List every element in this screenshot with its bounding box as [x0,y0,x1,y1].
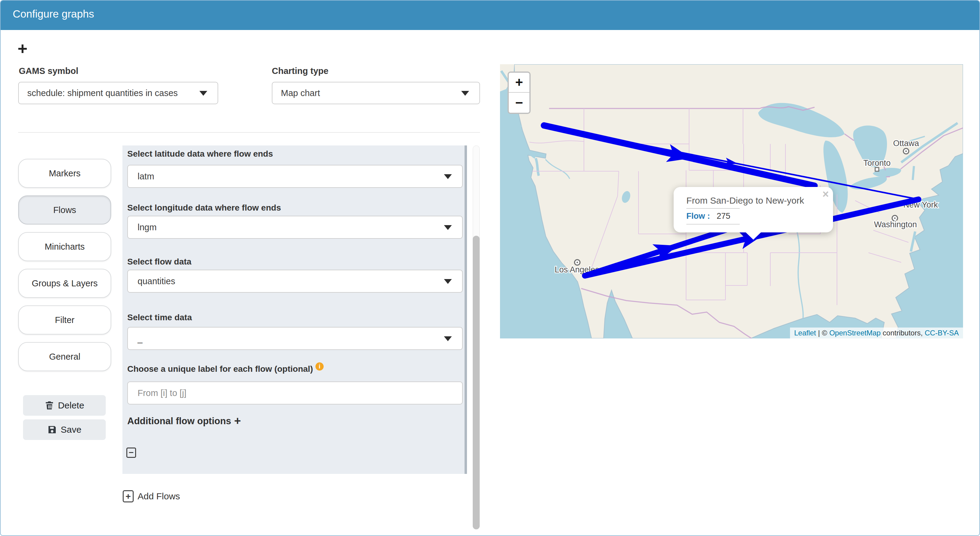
configure-graphs-dialog: Configure graphs + GAMS symbol schedule:… [0,0,980,536]
additional-flow-options-label: Additional flow options [127,416,231,426]
leaflet-map[interactable]: OttawaTorontoNew YorkWashingtonLos Angel… [500,64,963,339]
add-graph-button[interactable]: + [18,40,36,57]
floppy-disk-icon [47,425,57,434]
tab-general[interactable]: General [18,342,111,371]
select-field-1[interactable]: lngm [127,216,463,239]
gams-symbol-label: GAMS symbol [19,66,78,76]
city-label: Washington [874,220,917,229]
select-value: latm [138,172,154,181]
chevron-down-icon [199,91,207,96]
city-marker-icon [875,167,879,171]
charting-type-select[interactable]: Map chart [272,82,480,104]
select-value: quantities [138,276,175,286]
dialog-title: Configure graphs [13,8,94,20]
attribution-text: | © [816,329,829,337]
charting-type-label: Charting type [272,66,328,76]
field-label-3: Select time data [127,313,192,322]
info-icon[interactable]: i [315,363,324,371]
city-marker-dot [577,262,578,263]
panel-scrollbar[interactable] [465,145,467,474]
flow-popup: × From San-Diego to New-york Flow :275 [674,187,833,232]
chevron-down-icon [444,225,452,230]
city-marker-dot [905,151,907,152]
attribution-link[interactable]: OpenStreetMap [829,329,881,337]
popup-rows: Flow :275 [686,208,740,224]
tab-filter[interactable]: Filter [18,305,111,334]
save-button-label: Save [60,425,81,435]
tab-minicharts[interactable]: Minicharts [18,232,111,261]
collapse-flow-minus-icon[interactable]: − [126,447,136,458]
delete-button-label: Delete [58,400,84,410]
field-label-4: Choose a unique label for each flow (opt… [127,364,324,374]
popup-title: From San-Diego to New-york [686,196,804,206]
gams-symbol-value: schedule: shipment quantities in cases [27,88,178,98]
chevron-down-icon [444,279,452,284]
field-label-1: Select longitude data where flow ends [127,203,281,213]
add-flows-button[interactable]: + Add Flows [123,489,180,504]
zoom-in-button[interactable]: + [509,73,530,93]
chevron-down-icon [461,91,469,96]
attribution-text: contributors, [881,329,924,337]
charting-type-value: Map chart [281,88,320,98]
chevron-down-icon [444,174,452,179]
flow-label-input-wrap[interactable] [127,382,463,404]
field-label-0: Select latitude data where flow ends [127,149,273,159]
plus-square-icon: + [123,490,134,503]
select-field-2[interactable]: quantities [127,270,463,293]
select-value: lngm [138,223,157,232]
tab-flows[interactable]: Flows [18,196,111,224]
attribution-link[interactable]: Leaflet [794,329,816,337]
select-value: _ [138,334,142,344]
flow-label-input[interactable] [128,382,462,404]
tab-markers[interactable]: Markers [18,159,111,188]
map-attribution: Leaflet | © OpenStreetMap contributors, … [790,328,963,339]
attribution-link[interactable]: CC-BY-SA [925,329,959,337]
select-field-3[interactable]: _ [127,327,463,350]
dialog-header: Configure graphs [1,1,979,30]
expand-plus-icon[interactable]: + [234,415,241,428]
city-label: Ottawa [893,139,920,148]
city-label: Toronto [863,159,891,167]
trash-icon [45,401,54,410]
section-divider [18,132,480,133]
scrollbar-thumb[interactable] [473,236,480,529]
add-flows-label: Add Flows [138,491,180,501]
additional-flow-options-header: Additional flow options + [127,415,241,428]
select-field-0[interactable]: latm [127,165,463,188]
map-zoom-control: + − [508,72,531,114]
delete-button[interactable]: Delete [23,395,106,416]
popup-close-icon[interactable]: × [822,189,829,200]
gams-symbol-select[interactable]: schedule: shipment quantities in cases [18,82,218,104]
tab-groups-layers[interactable]: Groups & Layers [18,269,111,298]
flow-options-panel: Additional flow options + − Select latit… [123,145,467,474]
popup-tail [745,232,761,240]
popup-row-value: 275 [717,212,730,221]
chevron-down-icon [444,336,452,341]
zoom-out-button[interactable]: − [509,93,530,113]
city-marker-dot [894,218,896,219]
popup-row-label: Flow : [686,212,710,221]
save-button[interactable]: Save [23,419,106,440]
field-label-2: Select flow data [127,257,191,267]
